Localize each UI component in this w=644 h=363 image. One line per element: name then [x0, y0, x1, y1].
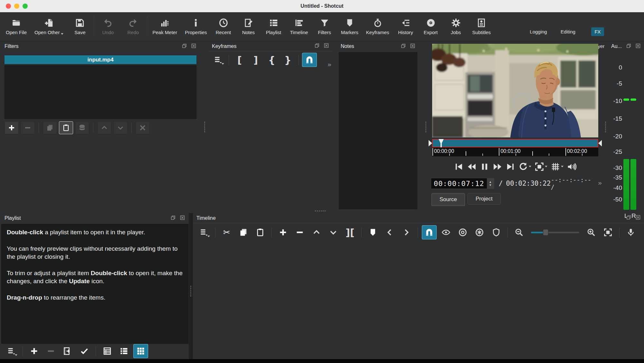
timeline-button[interactable]: Timeline [286, 13, 312, 40]
view-icons-button[interactable] [133, 344, 148, 358]
set-filter-end-button[interactable]: ] [248, 53, 263, 67]
properties-button[interactable]: Properties [181, 13, 211, 40]
open-as-clip-button[interactable] [60, 344, 75, 358]
ripple-button[interactable] [455, 225, 470, 239]
markers-button[interactable]: Markers [337, 13, 362, 40]
zoom-fit-button[interactable] [535, 162, 547, 172]
zoom-timeline-out-button[interactable] [512, 225, 526, 239]
float-panel-icon[interactable] [401, 43, 406, 50]
float-panel-icon[interactable] [170, 215, 176, 222]
time-ruler[interactable]: 00:00:0000:01:0000:02:00 [432, 147, 598, 156]
keyframes-menu-button[interactable] [211, 53, 225, 67]
jobs-button[interactable]: Jobs [443, 13, 469, 40]
next-marker-button[interactable] [399, 225, 414, 239]
tab-project[interactable]: Project [468, 193, 501, 205]
keyframes-overflow-chevron[interactable]: » [327, 60, 332, 69]
pause-button[interactable] [480, 162, 489, 172]
layout-fx-button[interactable]: FX [591, 27, 604, 36]
timeline-zoom-slider[interactable] [531, 229, 579, 236]
splitter-handle[interactable] [190, 286, 191, 296]
export-button[interactable]: Export [418, 13, 443, 40]
zoom-timeline-fit-button[interactable] [601, 225, 615, 239]
splitter-handle[interactable] [204, 122, 205, 132]
zoom-timeline-in-button[interactable] [584, 225, 599, 239]
open-other-button[interactable]: Open Other [31, 13, 67, 40]
filters-clip-name[interactable]: input.mp4 [5, 55, 196, 64]
notes-button[interactable]: Notes [236, 13, 261, 40]
volume-button[interactable] [567, 162, 576, 172]
append-button[interactable] [27, 344, 42, 358]
grid-button[interactable] [551, 162, 564, 172]
skip-to-start-button[interactable] [454, 162, 464, 172]
ripple-markers-button[interactable] [489, 225, 504, 239]
clip-selection-region[interactable] [432, 139, 598, 147]
zoom-slider-handle[interactable] [543, 229, 548, 236]
player-overflow-chevron[interactable]: » [598, 179, 602, 187]
lift-button[interactable] [309, 225, 324, 239]
append-button[interactable] [276, 225, 290, 239]
zoom-window-button[interactable] [23, 4, 28, 9]
playlist-button[interactable]: Playlist [261, 13, 286, 40]
scrub-while-dragging-button[interactable] [439, 225, 453, 239]
view-details-button[interactable] [100, 344, 115, 358]
tab-source[interactable]: Source [431, 193, 465, 206]
close-panel-icon[interactable] [324, 43, 329, 50]
ripple-delete-button[interactable] [292, 225, 307, 239]
splitter-handle[interactable] [425, 122, 426, 132]
keyframes-button[interactable]: Keyframes [362, 13, 393, 40]
playlist-menu-button[interactable] [4, 344, 19, 358]
close-panel-icon[interactable] [180, 215, 185, 222]
record-audio-button[interactable] [623, 225, 638, 239]
marker-button[interactable] [365, 225, 380, 239]
snap-button[interactable] [422, 225, 437, 239]
filters-button[interactable]: Filters [312, 13, 337, 40]
snap-button[interactable] [302, 53, 317, 67]
recent-button[interactable]: Recent [211, 13, 236, 40]
peak-meter-button[interactable]: Peak Meter [148, 13, 181, 40]
close-panel-icon[interactable] [191, 43, 196, 50]
position-timecode[interactable]: 00:00:07:12 [431, 178, 487, 189]
set-first-keyframe-button[interactable]: { [264, 53, 279, 67]
timecode-spin-buttons[interactable]: ▲▼ [487, 178, 494, 189]
history-button[interactable]: History [393, 13, 418, 40]
open-file-button[interactable]: Open File [2, 13, 31, 40]
set-second-keyframe-button[interactable]: } [280, 53, 295, 67]
split-button[interactable]: ][ [343, 225, 357, 239]
update-button[interactable] [77, 344, 92, 358]
video-preview[interactable] [432, 44, 598, 137]
splitter-handle[interactable] [605, 122, 606, 132]
view-tiles-button[interactable] [117, 344, 131, 358]
cut-button[interactable]: ✂ [219, 225, 234, 239]
paste-button[interactable] [253, 225, 268, 239]
skip-to-end-button[interactable] [506, 162, 515, 172]
float-panel-icon[interactable] [626, 215, 631, 221]
ripple-all-tracks-button[interactable] [472, 225, 487, 239]
close-panel-icon[interactable] [410, 43, 415, 50]
timeline-menu-button[interactable] [196, 225, 211, 239]
subtitles-button[interactable]: Subtitles [469, 13, 495, 40]
layout-logging-button[interactable]: Logging [526, 27, 550, 36]
float-panel-icon[interactable] [182, 43, 187, 50]
previous-marker-button[interactable] [382, 225, 397, 239]
overwrite-button[interactable] [326, 225, 341, 239]
add-filter-button[interactable] [5, 121, 19, 134]
layout-editing-button[interactable]: Editing [557, 27, 579, 36]
set-filter-start-button[interactable]: [ [232, 53, 247, 67]
notes-text-area[interactable] [339, 52, 417, 209]
close-panel-icon[interactable] [635, 43, 641, 50]
close-window-button[interactable] [6, 4, 11, 9]
out-point-marker[interactable] [598, 140, 602, 146]
splitter-handle[interactable] [315, 210, 326, 211]
rewind-button[interactable] [467, 162, 477, 172]
in-point-marker[interactable] [429, 140, 432, 146]
minimize-window-button[interactable] [14, 4, 19, 9]
loop-button[interactable] [518, 162, 531, 172]
player-scrub-bar[interactable] [428, 139, 602, 147]
float-panel-icon[interactable] [626, 43, 631, 50]
paste-filters-button[interactable] [59, 121, 73, 134]
timeline-tracks-area[interactable] [193, 244, 644, 359]
close-panel-icon[interactable] [635, 215, 641, 221]
float-panel-icon[interactable] [314, 43, 320, 50]
filters-list[interactable] [5, 65, 196, 119]
position-timecode-spinner[interactable]: 00:00:07:12 ▲▼ [431, 178, 494, 189]
